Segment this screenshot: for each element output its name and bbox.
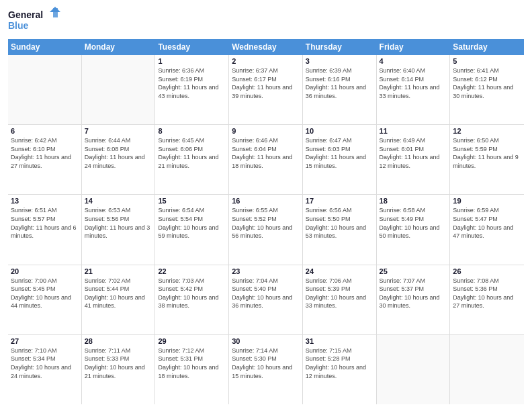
day-number: 14: [85, 197, 152, 205]
day-info: Sunrise: 7:12 AMSunset: 5:31 PMDaylight:…: [158, 347, 226, 380]
calendar-day-28: 28Sunrise: 7:11 AMSunset: 5:33 PMDayligh…: [82, 335, 156, 404]
calendar-week-2: 6Sunrise: 6:42 AMSunset: 6:10 PMDaylight…: [8, 125, 524, 195]
calendar-day-2: 2Sunrise: 6:37 AMSunset: 6:17 PMDaylight…: [229, 55, 303, 124]
svg-text:General: General: [8, 9, 43, 20]
day-info: Sunrise: 6:51 AMSunset: 5:57 PMDaylight:…: [11, 206, 79, 240]
day-info: Sunrise: 7:15 AMSunset: 5:28 PMDaylight:…: [306, 347, 373, 380]
day-info: Sunrise: 6:47 AMSunset: 6:03 PMDaylight:…: [306, 136, 373, 170]
day-number: 10: [306, 127, 373, 135]
day-info: Sunrise: 7:04 AMSunset: 5:40 PMDaylight:…: [232, 277, 300, 310]
calendar-day-16: 16Sunrise: 6:55 AMSunset: 5:52 PMDayligh…: [229, 195, 303, 264]
day-info: Sunrise: 7:06 AMSunset: 5:39 PMDaylight:…: [306, 277, 373, 310]
page: General Blue SundayMondayTuesdayWednesda…: [0, 0, 532, 411]
day-info: Sunrise: 7:00 AMSunset: 5:45 PMDaylight:…: [11, 277, 79, 310]
calendar: SundayMondayTuesdayWednesdayThursdayFrid…: [8, 39, 524, 404]
calendar-day-17: 17Sunrise: 6:56 AMSunset: 5:50 PMDayligh…: [303, 195, 377, 264]
header-day-friday: Friday: [377, 39, 451, 55]
day-number: 31: [306, 337, 373, 345]
day-number: 20: [11, 267, 79, 275]
day-info: Sunrise: 6:59 AMSunset: 5:47 PMDaylight:…: [453, 206, 521, 240]
logo-svg: General Blue: [8, 7, 62, 34]
day-info: Sunrise: 6:36 AMSunset: 6:19 PMDaylight:…: [158, 66, 226, 100]
day-info: Sunrise: 7:08 AMSunset: 5:36 PMDaylight:…: [453, 277, 521, 310]
calendar-day-19: 19Sunrise: 6:59 AMSunset: 5:47 PMDayligh…: [450, 195, 524, 264]
calendar-week-5: 27Sunrise: 7:10 AMSunset: 5:34 PMDayligh…: [8, 335, 524, 404]
calendar-header: SundayMondayTuesdayWednesdayThursdayFrid…: [8, 39, 524, 55]
day-number: 1: [158, 57, 226, 65]
day-info: Sunrise: 6:45 AMSunset: 6:06 PMDaylight:…: [158, 136, 226, 170]
day-info: Sunrise: 6:53 AMSunset: 5:56 PMDaylight:…: [85, 206, 152, 240]
calendar-day-4: 4Sunrise: 6:40 AMSunset: 6:14 PMDaylight…: [377, 55, 451, 124]
calendar-day-3: 3Sunrise: 6:39 AMSunset: 6:16 PMDaylight…: [303, 55, 377, 124]
day-number: 27: [11, 337, 79, 345]
day-number: 5: [453, 57, 521, 65]
day-info: Sunrise: 6:39 AMSunset: 6:16 PMDaylight:…: [306, 66, 373, 100]
calendar-day-21: 21Sunrise: 7:02 AMSunset: 5:44 PMDayligh…: [82, 265, 156, 334]
day-info: Sunrise: 7:11 AMSunset: 5:33 PMDaylight:…: [85, 347, 152, 380]
header-day-monday: Monday: [82, 39, 156, 55]
day-info: Sunrise: 7:07 AMSunset: 5:37 PMDaylight:…: [380, 277, 447, 310]
calendar-day-20: 20Sunrise: 7:00 AMSunset: 5:45 PMDayligh…: [8, 265, 82, 334]
day-info: Sunrise: 7:02 AMSunset: 5:44 PMDaylight:…: [85, 277, 152, 310]
day-number: 23: [232, 267, 300, 275]
calendar-day-6: 6Sunrise: 6:42 AMSunset: 6:10 PMDaylight…: [8, 125, 82, 194]
svg-marker-2: [50, 7, 60, 12]
day-number: 22: [158, 267, 226, 275]
day-number: 28: [85, 337, 152, 345]
calendar-day-25: 25Sunrise: 7:07 AMSunset: 5:37 PMDayligh…: [377, 265, 451, 334]
calendar-day-14: 14Sunrise: 6:53 AMSunset: 5:56 PMDayligh…: [82, 195, 156, 264]
calendar-week-1: 1Sunrise: 6:36 AMSunset: 6:19 PMDaylight…: [8, 55, 524, 125]
day-number: 24: [306, 267, 373, 275]
day-number: 4: [380, 57, 447, 65]
day-number: 7: [85, 127, 152, 135]
svg-text:Blue: Blue: [8, 20, 29, 31]
calendar-day-9: 9Sunrise: 6:46 AMSunset: 6:04 PMDaylight…: [229, 125, 303, 194]
calendar-day-11: 11Sunrise: 6:49 AMSunset: 6:01 PMDayligh…: [377, 125, 451, 194]
day-info: Sunrise: 6:58 AMSunset: 5:49 PMDaylight:…: [380, 206, 447, 240]
calendar-week-3: 13Sunrise: 6:51 AMSunset: 5:57 PMDayligh…: [8, 195, 524, 265]
day-number: 2: [232, 57, 300, 65]
day-number: 15: [158, 197, 226, 205]
calendar-day-30: 30Sunrise: 7:14 AMSunset: 5:30 PMDayligh…: [229, 335, 303, 404]
day-info: Sunrise: 6:55 AMSunset: 5:52 PMDaylight:…: [232, 206, 300, 240]
day-info: Sunrise: 7:03 AMSunset: 5:42 PMDaylight:…: [158, 277, 226, 310]
header-day-thursday: Thursday: [303, 39, 377, 55]
calendar-day-18: 18Sunrise: 6:58 AMSunset: 5:49 PMDayligh…: [377, 195, 451, 264]
calendar-day-1: 1Sunrise: 6:36 AMSunset: 6:19 PMDaylight…: [155, 55, 229, 124]
day-info: Sunrise: 7:10 AMSunset: 5:34 PMDaylight:…: [11, 347, 79, 380]
calendar-empty-cell: [450, 335, 524, 404]
calendar-day-23: 23Sunrise: 7:04 AMSunset: 5:40 PMDayligh…: [229, 265, 303, 334]
calendar-empty-cell: [377, 335, 451, 404]
day-number: 29: [158, 337, 226, 345]
day-number: 6: [11, 127, 79, 135]
day-number: 26: [453, 267, 521, 275]
calendar-week-4: 20Sunrise: 7:00 AMSunset: 5:45 PMDayligh…: [8, 265, 524, 335]
day-number: 3: [306, 57, 373, 65]
day-number: 9: [232, 127, 300, 135]
header-day-saturday: Saturday: [450, 39, 524, 55]
calendar-day-24: 24Sunrise: 7:06 AMSunset: 5:39 PMDayligh…: [303, 265, 377, 334]
day-info: Sunrise: 6:42 AMSunset: 6:10 PMDaylight:…: [11, 136, 79, 170]
day-number: 12: [453, 127, 521, 135]
calendar-day-29: 29Sunrise: 7:12 AMSunset: 5:31 PMDayligh…: [155, 335, 229, 404]
calendar-day-15: 15Sunrise: 6:54 AMSunset: 5:54 PMDayligh…: [155, 195, 229, 264]
logo: General Blue: [8, 7, 62, 34]
calendar-day-31: 31Sunrise: 7:15 AMSunset: 5:28 PMDayligh…: [303, 335, 377, 404]
day-info: Sunrise: 6:46 AMSunset: 6:04 PMDaylight:…: [232, 136, 300, 170]
day-number: 11: [380, 127, 447, 135]
day-info: Sunrise: 6:49 AMSunset: 6:01 PMDaylight:…: [380, 136, 447, 170]
calendar-day-22: 22Sunrise: 7:03 AMSunset: 5:42 PMDayligh…: [155, 265, 229, 334]
day-number: 19: [453, 197, 521, 205]
day-number: 13: [11, 197, 79, 205]
day-info: Sunrise: 6:41 AMSunset: 6:12 PMDaylight:…: [453, 66, 521, 100]
day-info: Sunrise: 6:44 AMSunset: 6:08 PMDaylight:…: [85, 136, 152, 170]
calendar-day-8: 8Sunrise: 6:45 AMSunset: 6:06 PMDaylight…: [155, 125, 229, 194]
calendar-day-7: 7Sunrise: 6:44 AMSunset: 6:08 PMDaylight…: [82, 125, 156, 194]
calendar-day-27: 27Sunrise: 7:10 AMSunset: 5:34 PMDayligh…: [8, 335, 82, 404]
day-number: 8: [158, 127, 226, 135]
calendar-body: 1Sunrise: 6:36 AMSunset: 6:19 PMDaylight…: [8, 55, 524, 404]
calendar-empty-cell: [82, 55, 156, 124]
day-number: 30: [232, 337, 300, 345]
calendar-day-5: 5Sunrise: 6:41 AMSunset: 6:12 PMDaylight…: [450, 55, 524, 124]
calendar-empty-cell: [8, 55, 82, 124]
